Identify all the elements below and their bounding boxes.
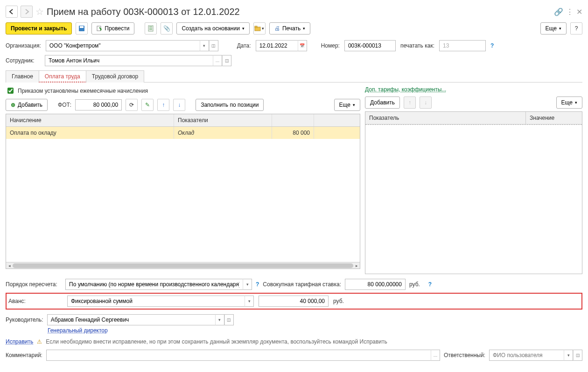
attach-button[interactable]: 📎 [161,22,173,34]
warning-icon: ⚠ [37,338,42,345]
monthly-accruals-label: Приказом установлены ежемесячные начисле… [18,88,148,94]
fix-hint: Если необходимо внести исправление, но п… [46,338,387,345]
help-hint-icon[interactable]: ? [428,281,432,288]
recalc-input[interactable] [68,281,240,288]
responsible-label: Ответственный: [444,352,485,358]
star-icon[interactable]: ☆ [35,6,44,17]
open-icon[interactable]: ◫ [222,55,231,66]
tabs: Главное Оплата труда Трудовой договор [6,70,582,83]
fill-by-position-button[interactable]: Заполнить по позиции [196,99,264,111]
ellipsis-icon[interactable]: … [431,350,440,361]
nav-forward-button[interactable] [21,6,33,18]
number-label: Номер: [321,42,340,49]
extra-add-button[interactable]: Добавить [365,96,400,109]
svg-rect-4 [149,27,152,27]
more-button[interactable]: Еще ▾ [540,22,567,34]
comment-label: Комментарий: [6,352,42,358]
move-up-button[interactable]: ↑ [157,99,169,111]
emp-label: Сотрудник: [6,57,40,64]
accruals-table: Начисление Показатели Оплата по окладу О… [6,114,360,269]
extra-up-button[interactable]: ↑ [404,96,416,109]
fot-input[interactable] [78,101,119,109]
report-button[interactable] [145,22,157,34]
monthly-accruals-checkbox[interactable] [7,88,14,94]
h-scrollbar[interactable]: ◂ ▸ [6,262,360,269]
svg-rect-1 [80,26,84,28]
fot-label: ФОТ: [58,102,71,108]
dropdown-icon[interactable]: ▾ [200,40,209,51]
advance-unit: руб. [333,298,344,304]
help-hint-icon[interactable]: ? [256,281,259,288]
date-input[interactable] [259,42,295,49]
dropdown-icon[interactable]: ▾ [245,296,254,307]
col-indicators: Показатели [174,114,272,126]
recalc-label: Порядок пересчета: [6,281,62,288]
table-row[interactable]: Оплата по окладу Оклад 80 000 [6,127,360,139]
dropdown-icon[interactable]: ▾ [215,314,224,325]
help-button[interactable]: ? [570,22,582,34]
calendar-icon[interactable]: 📅 [298,40,307,51]
link-icon[interactable]: 🔗 [554,7,563,16]
extra-more-button[interactable]: Еще ▾ [556,96,582,109]
print-as-label: печатать как: [400,42,434,49]
refresh-button[interactable]: ⟳ [126,99,138,111]
create-based-button[interactable]: Создать на основании ▾ [176,22,250,34]
tab-main[interactable]: Главное [6,70,39,83]
advance-label: Аванс: [8,298,63,304]
save-button[interactable] [76,22,88,34]
org-input[interactable] [49,42,197,49]
nav-back-button[interactable] [6,6,18,18]
main-toolbar: Провести и закрыть Провести 📎 Создать на… [6,22,582,34]
extra-tariffs-link[interactable]: Доп. тарифы, коэффициенты... [365,86,446,93]
comment-input[interactable] [49,351,428,359]
folder-button[interactable]: ▾ [253,22,266,34]
fix-link[interactable]: Исправить [6,338,33,345]
kebab-icon[interactable]: ⋮ [566,7,574,16]
advance-value-input[interactable] [261,297,326,305]
advance-mode-input[interactable] [70,297,242,305]
post-button[interactable]: Провести [91,22,134,34]
print-button[interactable]: 🖨 Печать ▾ [269,22,310,34]
extra-table: Показатель Значение [365,111,582,274]
rate-label: Совокупная тарифная ставка: [263,281,341,288]
dropdown-icon[interactable]: ▾ [564,350,573,361]
svg-rect-8 [255,26,257,28]
add-accrual-button[interactable]: ⊕ Добавить [6,99,48,111]
org-label: Организация: [6,42,41,49]
edit-button[interactable]: ✎ [141,99,154,111]
boss-position-link[interactable]: Генеральный директор [48,327,108,334]
responsible-input[interactable] [492,351,561,359]
col-value: Значение [526,112,582,124]
boss-input[interactable] [50,316,213,324]
number-input[interactable] [347,42,393,49]
post-and-close-button[interactable]: Провести и закрыть [6,22,72,34]
svg-rect-6 [149,29,152,30]
title-bar: ☆ Прием на работу 003К-000013 от 12.01.2… [6,6,582,18]
page-title: Прием на работу 003К-000013 от 12.01.202… [47,7,240,17]
tab-contract[interactable]: Трудовой договор [86,70,144,83]
dropdown-icon[interactable]: ▾ [243,279,252,290]
extra-down-button[interactable]: ↓ [420,96,432,109]
print-as-input[interactable] [442,42,483,49]
svg-rect-5 [149,28,152,28]
fields-row-1: Организация: ▾ ◫ Дата: 📅 Номер: печатать… [6,40,582,51]
accruals-more-button[interactable]: Еще ▾ [334,99,360,111]
tab-pay[interactable]: Оплата труда [39,70,86,83]
emp-input[interactable] [48,57,210,64]
open-icon[interactable]: ◫ [573,350,582,361]
rate-input[interactable] [348,281,403,288]
open-icon[interactable]: ◫ [224,314,234,325]
rate-unit: руб. [409,281,420,288]
help-hint-icon[interactable]: ? [490,42,494,49]
col-indicator: Показатель [365,112,526,124]
advance-section: Аванс: ▾ руб. [6,293,582,310]
boss-label: Руководитель: [6,317,43,323]
move-down-button[interactable]: ↓ [173,99,185,111]
fields-row-2: Сотрудник: … ◫ [6,55,582,66]
date-label: Дата: [237,42,251,49]
close-icon[interactable]: ✕ [576,7,582,16]
col-accrual: Начисление [6,114,174,126]
ellipsis-icon[interactable]: … [213,55,222,66]
open-icon[interactable]: ◫ [209,40,218,51]
